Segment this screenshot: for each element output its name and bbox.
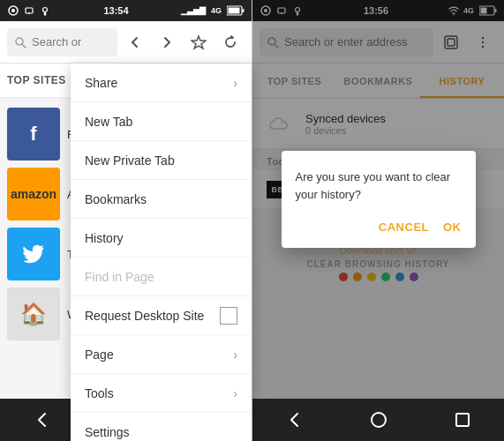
refresh-button[interactable] <box>216 28 244 56</box>
svg-rect-30 <box>456 414 469 426</box>
browser-toolbar-left: Search or <box>0 21 252 64</box>
right-panel: 13:56 4G Search or enter address <box>252 0 504 441</box>
svg-point-3 <box>28 12 30 14</box>
menu-item-request-desktop[interactable]: Request Desktop Site <box>71 296 252 335</box>
menu-item-page[interactable]: Page › <box>71 335 252 374</box>
nav-bar-right <box>252 399 504 441</box>
menu-label-tools: Tools <box>85 386 114 400</box>
svg-line-9 <box>23 44 26 48</box>
share-arrow-icon: › <box>233 76 237 90</box>
svg-marker-10 <box>192 36 206 49</box>
notification-icon <box>23 4 35 17</box>
svg-rect-6 <box>243 9 244 12</box>
menu-label-history: History <box>85 231 124 245</box>
battery-icon-left <box>227 5 244 16</box>
search-icon-left <box>14 36 26 49</box>
twitter-thumb <box>7 228 60 280</box>
search-bar-left[interactable]: Search or <box>7 28 117 56</box>
dialog-buttons: CANCEL OK <box>296 217 462 237</box>
menu-item-tools[interactable]: Tools › <box>71 374 252 413</box>
status-bar-left: 13:54 ▁▃▅▇ 4G <box>0 0 252 21</box>
menu-label-new-private-tab: New Private Tab <box>85 153 175 168</box>
dialog-overlay: Are you sure you want to clear your hist… <box>252 0 504 399</box>
menu-label-share: Share <box>85 76 117 90</box>
svg-point-4 <box>43 8 48 12</box>
left-panel: 13:54 ▁▃▅▇ 4G Search or <box>0 0 252 441</box>
home-thumb: 🏠 <box>7 288 60 340</box>
svg-rect-7 <box>229 8 240 14</box>
back-nav-button-left[interactable] <box>25 402 60 437</box>
menu-item-new-private-tab[interactable]: New Private Tab <box>71 141 252 180</box>
menu-item-history[interactable]: History <box>71 219 252 258</box>
menu-item-bookmarks[interactable]: Bookmarks <box>71 180 252 219</box>
star-button[interactable] <box>184 28 213 56</box>
location-icon <box>39 4 51 17</box>
menu-label-find-in-page: Find in Page <box>85 270 154 284</box>
android-icon <box>7 4 19 17</box>
menu-item-new-tab[interactable]: New Tab <box>71 102 252 141</box>
search-label-left: Search or <box>32 35 81 49</box>
home-nav-button-right[interactable] <box>361 402 396 437</box>
svg-point-8 <box>16 38 23 45</box>
back-button-left[interactable] <box>121 28 149 56</box>
dialog-cancel-button[interactable]: CANCEL <box>379 217 429 237</box>
menu-item-share[interactable]: Share › <box>71 64 252 102</box>
menu-label-settings: Settings <box>85 425 130 439</box>
recents-nav-button-right[interactable] <box>445 402 480 437</box>
status-icons-left <box>7 4 51 17</box>
back-nav-button-right[interactable] <box>277 402 312 437</box>
signal-bars: ▁▃▅▇ <box>181 6 206 15</box>
page-arrow-icon: › <box>233 348 237 362</box>
4g-label: 4G <box>211 6 222 15</box>
svg-point-29 <box>372 413 386 427</box>
menu-label-page: Page <box>85 348 114 362</box>
svg-point-1 <box>11 9 15 12</box>
forward-button-left[interactable] <box>153 28 181 56</box>
tools-arrow-icon: › <box>233 386 237 400</box>
menu-label-bookmarks: Bookmarks <box>85 192 147 206</box>
dialog-ok-button[interactable]: OK <box>443 217 462 237</box>
dialog-box: Are you sure you want to clear your hist… <box>282 151 476 248</box>
menu-item-find-in-page: Find in Page <box>71 258 252 296</box>
dialog-message: Are you sure you want to clear your hist… <box>296 168 462 203</box>
facebook-thumb: f <box>7 108 60 161</box>
menu-label-new-tab: New Tab <box>85 115 132 129</box>
menu-item-settings[interactable]: Settings <box>71 413 252 441</box>
time-left: 13:54 <box>103 5 128 16</box>
dropdown-menu: Share › New Tab New Private Tab Bookmark… <box>71 64 252 441</box>
right-status-icons-left: ▁▃▅▇ 4G <box>181 5 244 16</box>
desktop-checkbox-icon <box>220 307 237 325</box>
amazon-thumb: amazon <box>7 168 60 220</box>
top-sites-tab[interactable]: TOP SITES <box>7 74 66 86</box>
menu-label-request-desktop: Request Desktop Site <box>85 309 204 323</box>
